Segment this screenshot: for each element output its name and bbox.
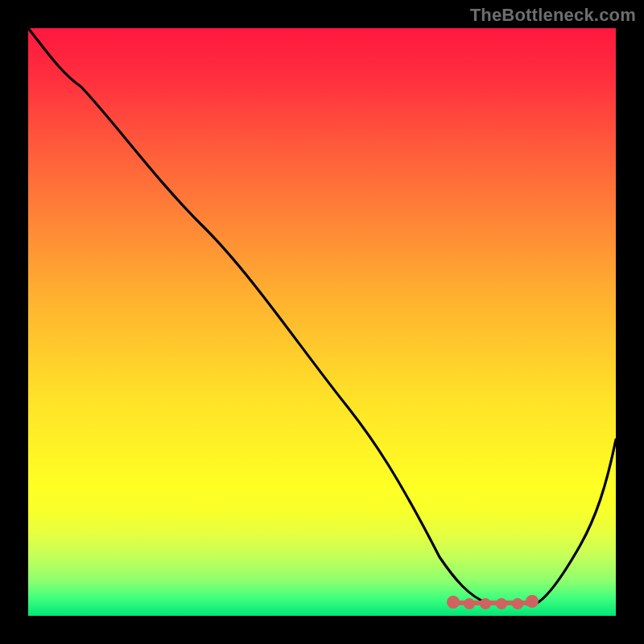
flat-minimum-marker — [449, 597, 536, 607]
chart-frame: TheBottleneck.com — [0, 0, 644, 644]
svg-point-6 — [528, 597, 536, 605]
plot-area — [28, 28, 616, 616]
svg-point-4 — [498, 601, 505, 607]
svg-point-3 — [482, 601, 489, 607]
svg-point-2 — [466, 601, 473, 607]
svg-point-5 — [514, 601, 521, 607]
curve-path — [28, 28, 616, 605]
svg-point-1 — [449, 598, 457, 606]
bottleneck-curve — [28, 28, 616, 616]
watermark-text: TheBottleneck.com — [470, 5, 636, 26]
